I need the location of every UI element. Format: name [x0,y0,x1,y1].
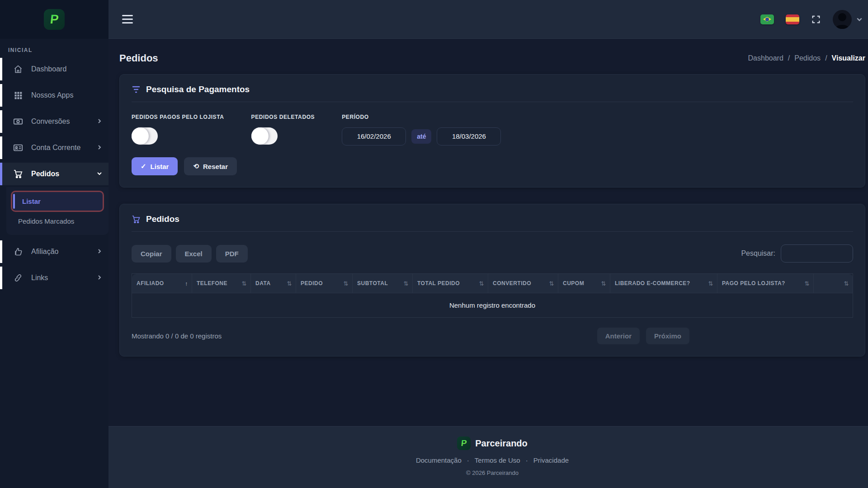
toggle-label: PEDIDOS DELETADOS [251,114,315,120]
thumbs-up-icon [13,247,23,256]
footer-link-privacidade[interactable]: Privacidade [533,456,569,464]
fullscreen-icon[interactable] [811,14,821,24]
language-brazil-flag-icon[interactable] [760,14,774,24]
footer-dot: · [526,456,528,464]
empty-row: Nenhum registro encontrado [132,293,853,318]
footer-dot: · [467,456,469,464]
chevron-down-icon [97,170,102,178]
sort-icon[interactable]: ⇅ [708,280,713,287]
sort-icon[interactable]: ⇅ [404,280,409,287]
sidebar-item-label: Links [31,274,48,282]
sidebar-section-label: INICIAL [0,39,108,56]
page-title: Pedidos [119,52,158,64]
sidebar-logo-box: P [0,0,108,39]
toggle-group-pagos-lojista: PEDIDOS PAGOS PELO LOJISTA [132,114,224,145]
pdf-button[interactable]: PDF [216,245,248,263]
banknote-icon [13,117,23,126]
sort-icon[interactable]: ⇅ [242,280,247,287]
filter-icon [132,85,141,94]
cart-icon [132,215,141,224]
column-header-total-pedido[interactable]: TOTAL PEDIDO⇅ [413,274,488,293]
resetar-button[interactable]: ⟲ Resetar [184,157,237,175]
listar-button[interactable]: ✓ Listar [132,157,178,175]
sidebar-item-label: Conta Corrente [31,144,80,152]
pedidos-deletados-toggle[interactable] [251,127,278,145]
date-from-input[interactable]: 16/02/2026 [342,127,406,145]
footer-brand-logo: P [457,436,471,450]
breadcrumb-separator: / [788,54,790,62]
submenu-item-pedidos-marcados[interactable]: Pedidos Marcados [11,212,104,230]
toggle-label: PEDIDOS PAGOS PELO LOJISTA [132,114,224,120]
submenu-item-listar[interactable]: Listar [11,191,104,212]
column-header-cupom[interactable]: CUPOM⇅ [558,274,610,293]
apps-grid-icon [13,91,23,100]
column-header-actions[interactable]: ⇅ [814,274,853,293]
chevron-right-icon [97,117,102,126]
chevron-down-icon [856,16,863,23]
sort-icon[interactable]: ⇅ [344,280,349,287]
sort-icon[interactable]: ⇅ [601,280,606,287]
sort-icon[interactable]: ⇅ [844,280,849,287]
sidebar-item-label: Nossos Apps [31,91,73,99]
footer-link-documentacao[interactable]: Documentação [416,456,462,464]
search-label: Pesquisar: [741,249,775,258]
table-info: Mostrando 0 / 0 de 0 registros [132,332,222,340]
sidebar-item-afiliacao[interactable]: Afiliação [0,240,108,263]
pedidos-submenu: Listar Pedidos Marcados [6,187,108,235]
topbar [108,0,868,39]
column-header-afiliado[interactable]: AFILIADO↑ [132,274,192,293]
user-menu[interactable] [833,10,863,29]
column-header-liberado-ecommerce[interactable]: LIBERADO E-COMMERCE?⇅ [610,274,717,293]
brand-logo-letter: P [49,12,59,27]
sort-icon[interactable]: ⇅ [549,280,554,287]
language-spain-flag-icon[interactable] [786,14,799,24]
sort-asc-icon[interactable]: ↑ [185,280,188,287]
breadcrumb-pedidos[interactable]: Pedidos [794,54,821,62]
sidebar-item-conversoes[interactable]: Conversões [0,110,108,133]
column-header-data[interactable]: DATA⇅ [251,274,296,293]
brand-logo[interactable]: P [44,9,65,30]
footer-link-termos[interactable]: Termos de Uso [475,456,520,464]
period-label: PERÍODO [342,114,501,120]
column-header-pago-pelo-lojista[interactable]: PAGO PELO LOJISTA?⇅ [717,274,814,293]
copy-button[interactable]: Copiar [132,245,171,263]
content-area: Pedidos Dashboard / Pedidos / Visualizar… [108,39,868,426]
chevron-right-icon [97,248,102,256]
breadcrumb-current: Visualizar [832,54,865,62]
sort-icon[interactable]: ⇅ [287,280,292,287]
sidebar-item-dashboard[interactable]: Dashboard [0,58,108,80]
sidebar-item-label: Conversões [31,117,70,126]
breadcrumb-dashboard[interactable]: Dashboard [748,54,783,62]
sidebar-item-nossos-apps[interactable]: Nossos Apps [0,84,108,107]
date-to-input[interactable]: 18/03/2026 [437,127,501,145]
breadcrumb-separator: / [825,54,827,62]
orders-table: AFILIADO↑ TELEFONE⇅ DATA⇅ PEDIDO⇅ SUBTOT… [132,273,853,318]
breadcrumb: Dashboard / Pedidos / Visualizar [748,54,865,62]
column-header-subtotal[interactable]: SUBTOTAL⇅ [353,274,413,293]
footer: P Parceirando Documentação · Termos de U… [108,426,868,488]
empty-message: Nenhum registro encontrado [132,293,853,318]
until-badge: até [411,129,431,144]
column-header-telefone[interactable]: TELEFONE⇅ [192,274,251,293]
column-header-convertido[interactable]: CONVERTIDO⇅ [488,274,558,293]
menu-toggle-icon[interactable] [122,15,133,23]
column-header-pedido[interactable]: PEDIDO⇅ [296,274,353,293]
table-search-input[interactable] [781,244,853,263]
footer-brand-name: Parceirando [475,438,528,449]
id-card-icon [13,143,23,152]
avatar [833,10,852,29]
link-icon [13,273,23,282]
sidebar-item-pedidos[interactable]: Pedidos [0,163,108,185]
footer-copyright: © 2026 Parceirando [108,469,868,476]
sidebar-item-links[interactable]: Links [0,267,108,289]
card-title: Pesquisa de Pagamentos [146,84,250,94]
chevron-right-icon [97,274,102,282]
next-page-button[interactable]: Próximo [646,328,689,344]
sort-icon[interactable]: ⇅ [805,280,810,287]
sidebar: P INICIAL Dashboard Nossos Apps Conversõ… [0,0,108,488]
pedidos-pagos-lojista-toggle[interactable] [132,127,158,145]
sidebar-item-conta-corrente[interactable]: Conta Corrente [0,136,108,159]
sort-icon[interactable]: ⇅ [479,280,484,287]
previous-page-button[interactable]: Anterior [597,328,640,344]
excel-button[interactable]: Excel [176,245,212,263]
